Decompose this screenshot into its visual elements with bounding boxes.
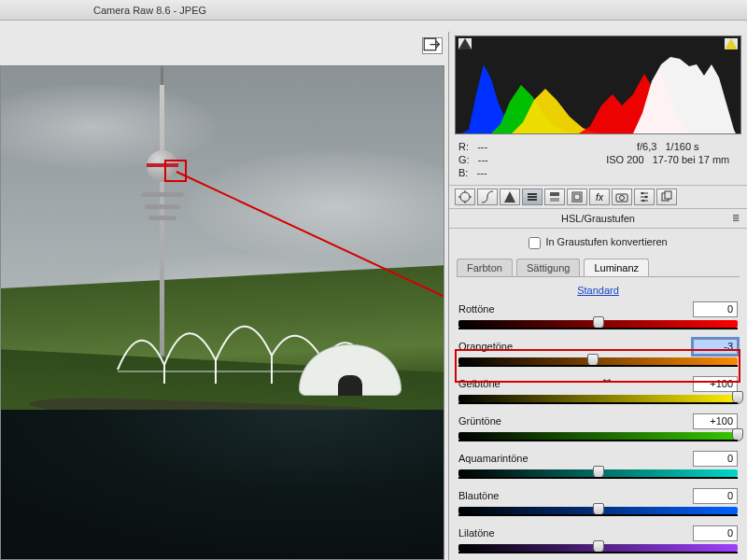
svg-rect-7 <box>528 196 537 198</box>
annotation-source <box>164 160 187 182</box>
svg-rect-10 <box>550 198 559 202</box>
oranges-track[interactable] <box>458 357 738 365</box>
yellows-value[interactable]: +100 <box>693 376 738 392</box>
yellows-track[interactable] <box>458 395 738 402</box>
svg-rect-8 <box>528 199 537 201</box>
reds-track[interactable] <box>458 320 738 328</box>
tone-curve-panel-icon[interactable] <box>477 189 498 205</box>
blues-track[interactable] <box>458 507 738 514</box>
reds-value[interactable]: 0 <box>693 301 738 317</box>
histogram[interactable] <box>455 35 741 134</box>
svg-point-19 <box>645 196 648 199</box>
svg-rect-6 <box>528 193 537 195</box>
basic-panel-icon[interactable] <box>455 189 475 205</box>
aquas-track[interactable] <box>458 469 738 477</box>
svg-point-14 <box>620 196 625 201</box>
export-icon <box>423 37 442 54</box>
reset-default-link[interactable]: Standard <box>449 277 747 301</box>
slider-aquas: Aquamarintöne 0 <box>458 451 738 477</box>
slider-reds: Rottöne 0 <box>458 301 738 328</box>
svg-rect-9 <box>550 192 559 196</box>
window-title: Camera Raw 8.6 - JPEG <box>93 5 206 16</box>
reds-thumb[interactable] <box>593 316 604 329</box>
tab-luminance[interactable]: Luminanz <box>584 259 649 276</box>
top-spacer <box>0 21 747 32</box>
presets-panel-icon[interactable] <box>634 189 655 205</box>
yellows-thumb[interactable] <box>732 391 743 404</box>
blues-thumb[interactable] <box>593 503 604 516</box>
luminance-sliders: Rottöne 0 Orangetöne -3 Gelbtöne +100 ↔ … <box>449 301 747 560</box>
aquas-value[interactable]: 0 <box>693 451 738 467</box>
image-canvas[interactable] <box>0 65 444 560</box>
purples-thumb[interactable] <box>593 540 604 553</box>
tab-hue[interactable]: Farbton <box>457 259 513 276</box>
aquas-thumb[interactable] <box>593 466 604 479</box>
svg-point-5 <box>460 192 470 202</box>
greens-track[interactable] <box>458 432 738 440</box>
slider-yellows: Gelbtöne +100 ↔ <box>458 376 738 402</box>
hsl-tabs: Farbton Sättigung Luminanz <box>449 259 747 276</box>
convert-grayscale-checkbox[interactable]: In Graustufen konvertieren <box>529 236 667 247</box>
readout-row: R: --- G: --- B: --- f/6,3 1/160 s ISO 2… <box>449 136 747 186</box>
svg-point-18 <box>641 192 644 195</box>
fx-panel-icon[interactable]: fx <box>589 189 610 205</box>
svg-rect-22 <box>665 191 671 199</box>
snapshots-panel-icon[interactable] <box>656 189 677 205</box>
slider-oranges: Orangetöne -3 <box>458 339 738 365</box>
amphitheater <box>299 344 402 396</box>
export-button[interactable] <box>422 37 443 54</box>
greens-value[interactable]: +100 <box>693 413 738 429</box>
greens-thumb[interactable] <box>732 428 743 441</box>
adjustments-panel: R: --- G: --- B: --- f/6,3 1/160 s ISO 2… <box>448 32 747 560</box>
svg-point-20 <box>642 200 645 203</box>
split-tone-panel-icon[interactable] <box>544 189 565 205</box>
slider-greens: Grüntöne +100 <box>458 413 738 440</box>
oranges-thumb[interactable] <box>587 354 599 367</box>
slider-blues: Blautöne 0 <box>458 488 738 514</box>
purples-value[interactable]: 0 <box>693 525 738 541</box>
window-titlebar: Camera Raw 8.6 - JPEG <box>0 0 747 21</box>
purples-track[interactable] <box>458 544 738 552</box>
panel-menu-icon[interactable]: ≣ <box>732 213 740 223</box>
panel-icon-row: fx <box>449 186 747 209</box>
slider-purples: Lilatöne 0 <box>458 525 738 552</box>
tab-saturation[interactable]: Sättigung <box>516 259 580 276</box>
oranges-value[interactable]: -3 <box>693 339 738 355</box>
hsl-panel-icon[interactable] <box>522 189 543 205</box>
blues-value[interactable]: 0 <box>693 488 738 504</box>
svg-rect-12 <box>574 194 580 200</box>
preview-pane <box>0 32 448 560</box>
panel-title: HSL/Graustufen ≣ <box>449 209 747 229</box>
camera-cal-panel-icon[interactable] <box>612 189 632 205</box>
lens-panel-icon[interactable] <box>567 189 587 205</box>
detail-panel-icon[interactable] <box>500 189 520 205</box>
